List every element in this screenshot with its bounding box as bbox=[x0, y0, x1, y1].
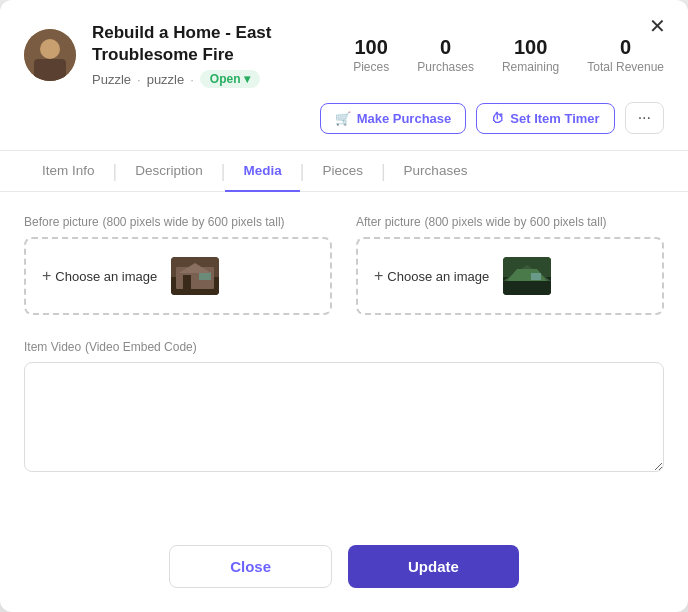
media-content: Before picture (800 pixels wide by 600 p… bbox=[0, 192, 688, 527]
meta-row: Puzzle · puzzle · Open ▾ bbox=[92, 70, 337, 88]
page-title: Rebuild a Home - East Troublesome Fire bbox=[92, 22, 337, 66]
status-badge[interactable]: Open ▾ bbox=[200, 70, 260, 88]
svg-point-2 bbox=[40, 39, 60, 59]
plus-icon-after: + bbox=[374, 267, 383, 285]
meta-type: Puzzle bbox=[92, 72, 131, 87]
meta-subtype: puzzle bbox=[147, 72, 185, 87]
stat-remaining: 100 Remaining bbox=[502, 36, 559, 74]
update-button[interactable]: Update bbox=[348, 545, 519, 588]
svg-rect-15 bbox=[531, 273, 541, 280]
timer-icon: ⏱ bbox=[491, 111, 504, 126]
video-embed-input[interactable] bbox=[24, 362, 664, 472]
close-button[interactable]: Close bbox=[169, 545, 332, 588]
tab-description[interactable]: Description bbox=[117, 151, 221, 192]
before-picture-col: Before picture (800 pixels wide by 600 p… bbox=[24, 214, 332, 315]
close-icon[interactable]: ✕ bbox=[643, 14, 672, 38]
before-image-thumbnail bbox=[171, 257, 219, 295]
after-image-thumbnail bbox=[503, 257, 551, 295]
stat-purchases: 0 Purchases bbox=[417, 36, 474, 74]
picture-row: Before picture (800 pixels wide by 600 p… bbox=[24, 214, 664, 315]
stats-block: 100 Pieces 0 Purchases 100 Remaining 0 T… bbox=[353, 36, 664, 74]
tab-media[interactable]: Media bbox=[225, 151, 299, 192]
purchase-icon: 🛒 bbox=[335, 111, 351, 126]
plus-icon-before: + bbox=[42, 267, 51, 285]
svg-rect-7 bbox=[183, 275, 191, 289]
after-image-upload-box[interactable]: + Choose an image bbox=[356, 237, 664, 315]
make-purchase-button[interactable]: 🛒 Make Purchase bbox=[320, 103, 467, 134]
header: Rebuild a Home - East Troublesome Fire P… bbox=[0, 0, 688, 102]
svg-rect-3 bbox=[34, 59, 66, 81]
svg-rect-14 bbox=[517, 281, 525, 295]
tab-item-info[interactable]: Item Info bbox=[24, 151, 113, 192]
stat-revenue: 0 Total Revenue bbox=[587, 36, 664, 74]
modal: ✕ Rebuild a Home - East Troublesome Fire… bbox=[0, 0, 688, 612]
avatar bbox=[24, 29, 76, 81]
stat-pieces: 100 Pieces bbox=[353, 36, 389, 74]
svg-rect-8 bbox=[199, 272, 211, 280]
tab-pieces[interactable]: Pieces bbox=[304, 151, 381, 192]
after-choose-image-button[interactable]: + Choose an image bbox=[374, 267, 489, 285]
after-picture-col: After picture (800 pixels wide by 600 pi… bbox=[356, 214, 664, 315]
footer: Close Update bbox=[0, 527, 688, 612]
video-label: Item Video (Video Embed Code) bbox=[24, 339, 664, 354]
after-picture-label: After picture (800 pixels wide by 600 pi… bbox=[356, 214, 664, 229]
before-picture-label: Before picture (800 pixels wide by 600 p… bbox=[24, 214, 332, 229]
tabs: Item Info | Description | Media | Pieces… bbox=[0, 151, 688, 192]
chevron-down-icon: ▾ bbox=[244, 72, 250, 86]
set-timer-button[interactable]: ⏱ Set Item Timer bbox=[476, 103, 614, 134]
toolbar: 🛒 Make Purchase ⏱ Set Item Timer ··· bbox=[0, 102, 688, 150]
tab-purchases[interactable]: Purchases bbox=[386, 151, 486, 192]
before-image-upload-box[interactable]: + Choose an image bbox=[24, 237, 332, 315]
before-choose-image-button[interactable]: + Choose an image bbox=[42, 267, 157, 285]
title-block: Rebuild a Home - East Troublesome Fire P… bbox=[92, 22, 337, 88]
more-options-button[interactable]: ··· bbox=[625, 102, 664, 134]
meta-dot1: · bbox=[137, 72, 141, 87]
meta-dot2: · bbox=[190, 72, 194, 87]
video-section: Item Video (Video Embed Code) bbox=[24, 339, 664, 476]
